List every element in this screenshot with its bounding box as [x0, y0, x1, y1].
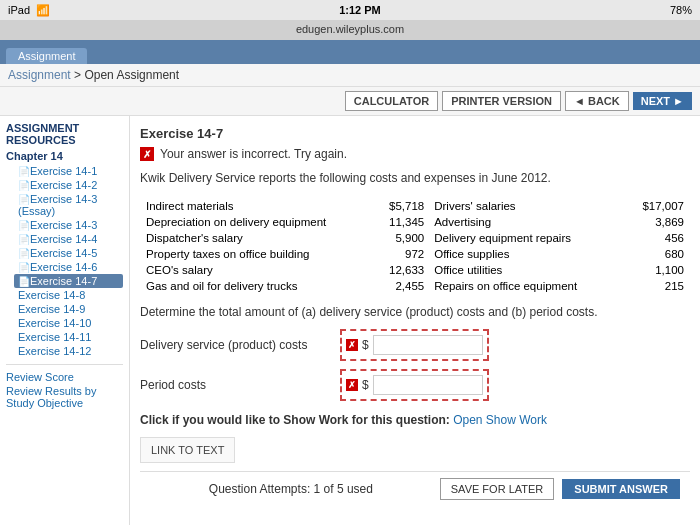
cost-label2: Office utilities [430, 263, 629, 277]
error-box: ✗ Your answer is incorrect. Try again. [140, 147, 690, 161]
cost-amount2: 456 [631, 231, 688, 245]
open-show-work-link[interactable]: Open Show Work [453, 413, 547, 427]
error-message: Your answer is incorrect. Try again. [160, 147, 347, 161]
sidebar-item-ex14-1[interactable]: 📄Exercise 14-1 [14, 164, 123, 178]
cost-amount2: 3,869 [631, 215, 688, 229]
cost-amount: 972 [383, 247, 428, 261]
show-work: Click if you would like to Show Work for… [140, 413, 690, 427]
sidebar-item-ex14-5[interactable]: 📄Exercise 14-5 [14, 246, 123, 260]
doc-icon-6: 📄 [18, 248, 30, 259]
cost-label: Dispatcher's salary [142, 231, 381, 245]
attempts-text: Question Attempts: 1 of 5 used [150, 482, 432, 496]
problem-text: Kwik Delivery Service reports the follow… [140, 169, 690, 187]
period-costs-row: Period costs ✗ $ [140, 369, 690, 401]
delivery-service-label: Delivery service (product) costs [140, 338, 340, 352]
bottom-bar: Question Attempts: 1 of 5 used SAVE FOR … [140, 471, 690, 506]
content-area: Exercise 14-7 ✗ Your answer is incorrect… [130, 116, 700, 525]
main-layout: ASSIGNMENT RESOURCES Chapter 14 📄Exercis… [0, 116, 700, 525]
sidebar-item-ex14-9[interactable]: Exercise 14-9 [14, 302, 123, 316]
cost-label: Indirect materials [142, 199, 381, 213]
breadcrumb: Assignment > Open Assignment [0, 64, 700, 87]
period-costs-input-wrap: ✗ $ [340, 369, 489, 401]
sidebar-item-ex14-7[interactable]: 📄Exercise 14-7 [14, 274, 123, 288]
breadcrumb-separator: > [74, 68, 84, 82]
cost-amount: 12,633 [383, 263, 428, 277]
delivery-service-input-wrap: ✗ $ [340, 329, 489, 361]
doc-icon-8: 📄 [18, 276, 30, 287]
doc-icon-1: 📄 [18, 166, 30, 177]
table-row: CEO's salary 12,633 Office utilities 1,1… [142, 263, 688, 277]
wifi-icon: 📶 [36, 4, 50, 17]
doc-icon-5: 📄 [18, 234, 30, 245]
cost-label: Depreciation on delivery equipment [142, 215, 381, 229]
answer-section: Delivery service (product) costs ✗ $ Per… [140, 329, 690, 401]
show-work-label: Click if you would like to Show Work for… [140, 413, 450, 427]
cost-label: Property taxes on office building [142, 247, 381, 261]
cost-label2: Advertising [430, 215, 629, 229]
cost-amount2: 215 [631, 279, 688, 293]
cost-amount: 5,900 [383, 231, 428, 245]
cost-amount: 11,345 [383, 215, 428, 229]
period-error-icon: ✗ [346, 379, 358, 391]
sidebar-item-ex14-10[interactable]: Exercise 14-10 [14, 316, 123, 330]
sidebar-divider [6, 364, 123, 365]
cost-label2: Delivery equipment repairs [430, 231, 629, 245]
calculator-button[interactable]: CALCULATOR [345, 91, 438, 111]
url-bar: edugen.wileyplus.com [0, 20, 700, 40]
device-label: iPad [8, 4, 30, 16]
cost-label: CEO's salary [142, 263, 381, 277]
sidebar-item-ex14-6[interactable]: 📄Exercise 14-6 [14, 260, 123, 274]
table-row: Property taxes on office building 972 Of… [142, 247, 688, 261]
delivery-error-icon: ✗ [346, 339, 358, 351]
exercise-title: Exercise 14-7 [140, 126, 690, 141]
delivery-prefix: $ [362, 338, 369, 352]
status-right: 78% [670, 4, 692, 16]
cost-amount2: 680 [631, 247, 688, 261]
period-costs-label: Period costs [140, 378, 340, 392]
cost-amount: 2,455 [383, 279, 428, 293]
sidebar-section-title: ASSIGNMENT RESOURCES [6, 122, 123, 146]
top-toolbar: CALCULATOR PRINTER VERSION ◄ BACK NEXT ► [0, 87, 700, 116]
sidebar-item-ex14-11[interactable]: Exercise 14-11 [14, 330, 123, 344]
next-button[interactable]: NEXT ► [633, 92, 692, 110]
sidebar-item-ex14-12[interactable]: Exercise 14-12 [14, 344, 123, 358]
table-row: Gas and oil for delivery trucks 2,455 Re… [142, 279, 688, 293]
breadcrumb-link[interactable]: Assignment [8, 68, 71, 82]
sidebar-chapter: Chapter 14 [6, 150, 123, 162]
sidebar-review-results[interactable]: Review Results by Study Objective [6, 385, 123, 409]
period-prefix: $ [362, 378, 369, 392]
period-costs-input[interactable] [373, 375, 483, 395]
link-to-text-button[interactable]: LINK TO TEXT [140, 437, 235, 463]
doc-icon-2: 📄 [18, 180, 30, 191]
back-button[interactable]: ◄ BACK [565, 91, 629, 111]
cost-label: Gas and oil for delivery trucks [142, 279, 381, 293]
sidebar-item-ex14-8[interactable]: Exercise 14-8 [14, 288, 123, 302]
printer-version-button[interactable]: PRINTER VERSION [442, 91, 561, 111]
submit-answer-button[interactable]: SUBMIT ANSWER [562, 479, 680, 499]
sidebar-item-ex14-3[interactable]: 📄Exercise 14-3 [14, 218, 123, 232]
cost-label2: Office supplies [430, 247, 629, 261]
status-time: 1:12 PM [339, 4, 381, 16]
cost-label2: Repairs on office equipment [430, 279, 629, 293]
doc-icon-7: 📄 [18, 262, 30, 273]
sidebar-item-ex14-2[interactable]: 📄Exercise 14-2 [14, 178, 123, 192]
status-bar: iPad 📶 1:12 PM 78% [0, 0, 700, 20]
battery-icon: 78% [670, 4, 692, 16]
cost-label2: Drivers' salaries [430, 199, 629, 213]
save-for-later-button[interactable]: SAVE FOR LATER [440, 478, 555, 500]
table-row: Dispatcher's salary 5,900 Delivery equip… [142, 231, 688, 245]
table-row: Depreciation on delivery equipment 11,34… [142, 215, 688, 229]
sidebar-item-ex14-3essay[interactable]: 📄Exercise 14-3 (Essay) [14, 192, 123, 218]
status-left: iPad 📶 [8, 4, 50, 17]
cost-amount: $5,718 [383, 199, 428, 213]
breadcrumb-current: Open Assignment [84, 68, 179, 82]
sidebar: ASSIGNMENT RESOURCES Chapter 14 📄Exercis… [0, 116, 130, 525]
table-row: Indirect materials $5,718 Drivers' salar… [142, 199, 688, 213]
delivery-service-input[interactable] [373, 335, 483, 355]
assignment-tab[interactable]: Assignment [6, 48, 87, 64]
doc-icon-3: 📄 [18, 194, 30, 205]
sidebar-item-ex14-4[interactable]: 📄Exercise 14-4 [14, 232, 123, 246]
cost-amount2: $17,007 [631, 199, 688, 213]
error-icon: ✗ [140, 147, 154, 161]
sidebar-review-score[interactable]: Review Score [6, 371, 123, 383]
